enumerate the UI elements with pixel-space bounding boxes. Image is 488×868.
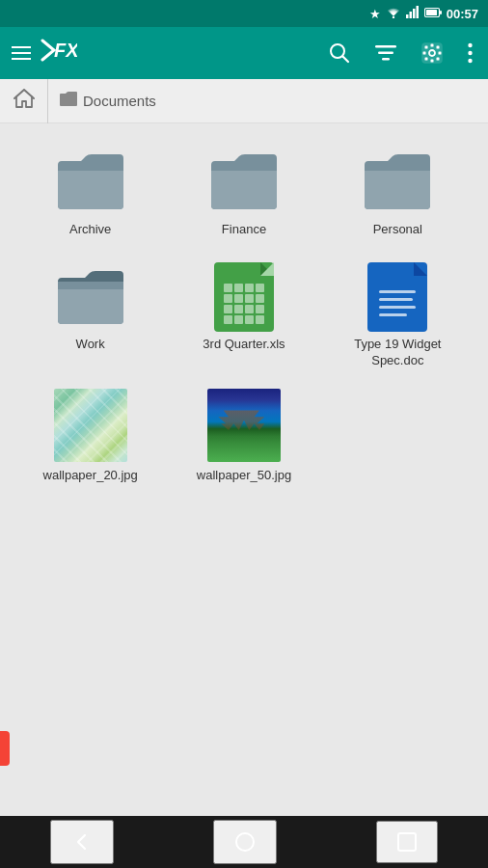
file-item-wallpaper50[interactable]: wallpaper_50.jpg	[169, 385, 318, 492]
archive-folder-icon	[52, 149, 129, 216]
more-options-button[interactable]	[464, 39, 476, 68]
breadcrumb-folder-icon	[60, 92, 77, 110]
svg-rect-2	[409, 12, 412, 18]
svg-rect-4	[416, 6, 419, 18]
svg-rect-3	[413, 9, 416, 18]
svg-rect-23	[437, 58, 440, 61]
toolbar: FX	[0, 27, 488, 79]
personal-label: Personal	[373, 222, 422, 238]
work-label: Work	[76, 337, 105, 353]
personal-folder-icon	[359, 149, 436, 216]
file-grid: Archive Finance Personal	[15, 139, 473, 492]
svg-point-27	[236, 833, 254, 851]
wallpaper50-label: wallpaper_50.jpg	[197, 468, 291, 484]
svg-rect-7	[426, 10, 437, 15]
doc-label: Type 19 Widget Spec.doc	[327, 337, 469, 369]
svg-point-24	[468, 43, 472, 47]
file-item-finance[interactable]: Finance	[169, 139, 318, 246]
status-time: 00:57	[447, 7, 478, 21]
finance-folder-icon	[205, 149, 283, 216]
xls-label: 3rd Quarter.xls	[203, 337, 285, 353]
home-button[interactable]	[0, 79, 48, 123]
nav-bar	[0, 816, 488, 868]
svg-point-26	[468, 59, 472, 63]
search-button[interactable]	[325, 39, 354, 68]
svg-rect-1	[406, 14, 409, 18]
svg-text:FX: FX	[54, 40, 77, 61]
doc-file-icon	[359, 263, 436, 331]
svg-rect-22	[425, 58, 428, 61]
svg-rect-20	[425, 46, 428, 49]
app-logo: FX	[41, 37, 77, 69]
status-bar: ★ 00:57	[0, 0, 488, 27]
wallpaper50-icon	[205, 394, 283, 462]
file-item-doc[interactable]: Type 19 Widget Spec.doc	[323, 254, 473, 377]
breadcrumb-path: Documents	[48, 92, 168, 110]
back-button[interactable]	[50, 820, 114, 864]
svg-rect-11	[375, 45, 396, 48]
status-icons: ★ 00:57	[369, 5, 478, 22]
archive-label: Archive	[69, 222, 111, 238]
svg-line-10	[343, 57, 349, 63]
filter-button[interactable]	[371, 41, 400, 66]
battery-icon	[424, 5, 442, 22]
toolbar-left: FX	[12, 37, 317, 69]
svg-rect-12	[378, 52, 393, 55]
xls-file-icon	[205, 263, 283, 331]
svg-rect-21	[437, 46, 440, 49]
file-item-personal[interactable]: Personal	[323, 139, 473, 246]
home-icon	[14, 89, 35, 113]
file-item-xls[interactable]: 3rd Quarter.xls	[169, 254, 318, 377]
svg-rect-17	[431, 60, 434, 63]
breadcrumb: Documents	[0, 79, 488, 123]
finance-label: Finance	[222, 222, 266, 238]
svg-rect-13	[382, 58, 390, 61]
svg-point-0	[393, 16, 394, 18]
file-item-work[interactable]: Work	[15, 254, 165, 377]
fab-hint	[0, 731, 10, 766]
toolbar-actions	[325, 39, 476, 68]
content-area: Archive Finance Personal	[0, 123, 488, 816]
wallpaper20-icon	[52, 394, 129, 462]
file-item-archive[interactable]: Archive	[15, 139, 165, 246]
svg-rect-28	[398, 833, 416, 851]
work-folder-icon	[52, 263, 129, 331]
svg-point-25	[468, 51, 472, 55]
signal-icon	[406, 5, 420, 22]
svg-rect-19	[439, 52, 442, 55]
home-nav-button[interactable]	[213, 820, 277, 864]
settings-button[interactable]	[418, 39, 447, 68]
svg-rect-18	[423, 52, 426, 55]
wifi-icon	[386, 6, 401, 21]
file-item-wallpaper20[interactable]: wallpaper_20.jpg	[15, 385, 165, 492]
hamburger-menu-button[interactable]	[12, 46, 31, 60]
recent-apps-button[interactable]	[376, 821, 438, 863]
wallpaper20-label: wallpaper_20.jpg	[43, 468, 138, 484]
svg-rect-16	[431, 44, 434, 47]
bluetooth-icon: ★	[369, 7, 381, 21]
svg-rect-6	[440, 11, 442, 14]
breadcrumb-label: Documents	[83, 93, 156, 109]
